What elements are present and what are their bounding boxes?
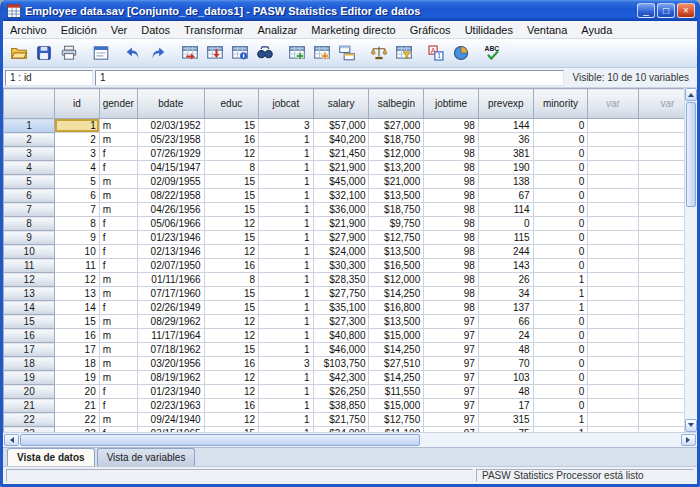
- horizontal-scroll-thumb[interactable]: [20, 434, 420, 446]
- cell[interactable]: m: [99, 315, 137, 329]
- cell[interactable]: 15: [204, 301, 258, 315]
- menu-utilidades[interactable]: Utilidades: [458, 22, 520, 38]
- cell-empty[interactable]: [588, 133, 638, 147]
- column-header-gender[interactable]: gender: [99, 89, 137, 119]
- cell[interactable]: 0: [533, 259, 588, 273]
- cell[interactable]: 0: [533, 343, 588, 357]
- cell-empty[interactable]: [588, 315, 638, 329]
- cell[interactable]: m: [99, 203, 137, 217]
- vertical-scrollbar[interactable]: [684, 88, 697, 432]
- row-number[interactable]: 4: [4, 161, 55, 175]
- scroll-right-button[interactable]: [681, 434, 696, 446]
- cell[interactable]: 11: [55, 259, 99, 273]
- cell[interactable]: $12,750: [369, 413, 424, 427]
- cell[interactable]: 34: [478, 287, 533, 301]
- cell[interactable]: 16: [55, 329, 99, 343]
- cell[interactable]: 22: [55, 413, 99, 427]
- cell[interactable]: 17: [55, 343, 99, 357]
- menu-transformar[interactable]: Transformar: [177, 22, 251, 38]
- cell[interactable]: m: [99, 133, 137, 147]
- cell[interactable]: 97: [424, 329, 479, 343]
- cell-empty[interactable]: [588, 119, 638, 133]
- cell[interactable]: 01/23/1946: [137, 231, 204, 245]
- cell[interactable]: $21,750: [313, 413, 369, 427]
- cell[interactable]: m: [99, 357, 137, 371]
- cell[interactable]: 0: [533, 399, 588, 413]
- cell[interactable]: 16: [204, 133, 258, 147]
- cell[interactable]: 12: [204, 217, 258, 231]
- cell-empty[interactable]: [588, 147, 638, 161]
- cell[interactable]: 3: [259, 119, 314, 133]
- cell[interactable]: 67: [478, 189, 533, 203]
- cell[interactable]: 98: [424, 133, 479, 147]
- cell[interactable]: $13,500: [369, 315, 424, 329]
- cell[interactable]: 1: [259, 287, 314, 301]
- cell[interactable]: 17: [478, 399, 533, 413]
- cell[interactable]: f: [99, 231, 137, 245]
- cell[interactable]: 0: [533, 371, 588, 385]
- cell[interactable]: 0: [533, 329, 588, 343]
- cell[interactable]: 12: [204, 329, 258, 343]
- row-number[interactable]: 2: [4, 133, 55, 147]
- scroll-up-button[interactable]: [685, 88, 697, 101]
- cell[interactable]: 1: [259, 147, 314, 161]
- row-number[interactable]: 16: [4, 329, 55, 343]
- row-number[interactable]: 10: [4, 245, 55, 259]
- cell[interactable]: $15,000: [369, 329, 424, 343]
- row-number[interactable]: 1: [4, 119, 55, 133]
- cell[interactable]: $15,000: [369, 399, 424, 413]
- cell[interactable]: 16: [204, 259, 258, 273]
- insert-cases-icon[interactable]: [284, 41, 309, 65]
- cell-empty[interactable]: [588, 385, 638, 399]
- row-number[interactable]: 19: [4, 371, 55, 385]
- cell[interactable]: $28,350: [313, 273, 369, 287]
- cell-empty[interactable]: [588, 203, 638, 217]
- cell[interactable]: 16: [204, 357, 258, 371]
- row-number[interactable]: 18: [4, 357, 55, 371]
- maximize-button[interactable]: □: [657, 3, 675, 18]
- cell[interactable]: 15: [204, 231, 258, 245]
- row-number[interactable]: 8: [4, 217, 55, 231]
- cell[interactable]: 98: [424, 203, 479, 217]
- cell-empty[interactable]: [588, 175, 638, 189]
- cell[interactable]: 1: [259, 371, 314, 385]
- cell[interactable]: 144: [478, 119, 533, 133]
- cell[interactable]: 01/23/1940: [137, 385, 204, 399]
- cell[interactable]: 12: [204, 245, 258, 259]
- cell[interactable]: 1: [259, 133, 314, 147]
- cell[interactable]: 1: [259, 385, 314, 399]
- cell[interactable]: m: [99, 175, 137, 189]
- cell[interactable]: 12: [55, 273, 99, 287]
- cell[interactable]: 0: [533, 175, 588, 189]
- cell[interactable]: 1: [259, 189, 314, 203]
- find-icon[interactable]: [252, 41, 277, 65]
- cell[interactable]: $13,200: [369, 161, 424, 175]
- cell[interactable]: 1: [259, 203, 314, 217]
- menu-ver[interactable]: Ver: [104, 22, 135, 38]
- horizontal-scrollbar[interactable]: [3, 432, 697, 447]
- cell[interactable]: 36: [478, 133, 533, 147]
- row-number[interactable]: 11: [4, 259, 55, 273]
- cell[interactable]: 18: [55, 357, 99, 371]
- row-number[interactable]: 13: [4, 287, 55, 301]
- cell[interactable]: 1: [259, 217, 314, 231]
- cell-empty[interactable]: [588, 301, 638, 315]
- cell[interactable]: 1: [259, 329, 314, 343]
- cell[interactable]: f: [99, 161, 137, 175]
- row-number[interactable]: 21: [4, 399, 55, 413]
- cell[interactable]: $13,500: [369, 189, 424, 203]
- cell-empty[interactable]: [588, 329, 638, 343]
- cell[interactable]: 15: [204, 287, 258, 301]
- cell[interactable]: m: [99, 189, 137, 203]
- tab-vista-de-variables[interactable]: Vista de variables: [97, 448, 196, 466]
- cell[interactable]: 97: [424, 385, 479, 399]
- cell-empty[interactable]: [588, 259, 638, 273]
- cell[interactable]: $11,550: [369, 385, 424, 399]
- cell[interactable]: f: [99, 259, 137, 273]
- cell[interactable]: 15: [204, 175, 258, 189]
- cell[interactable]: 8: [55, 217, 99, 231]
- cell[interactable]: 8: [204, 273, 258, 287]
- menu-analizar[interactable]: Analizar: [251, 22, 305, 38]
- cell[interactable]: $12,750: [369, 231, 424, 245]
- cell[interactable]: m: [99, 371, 137, 385]
